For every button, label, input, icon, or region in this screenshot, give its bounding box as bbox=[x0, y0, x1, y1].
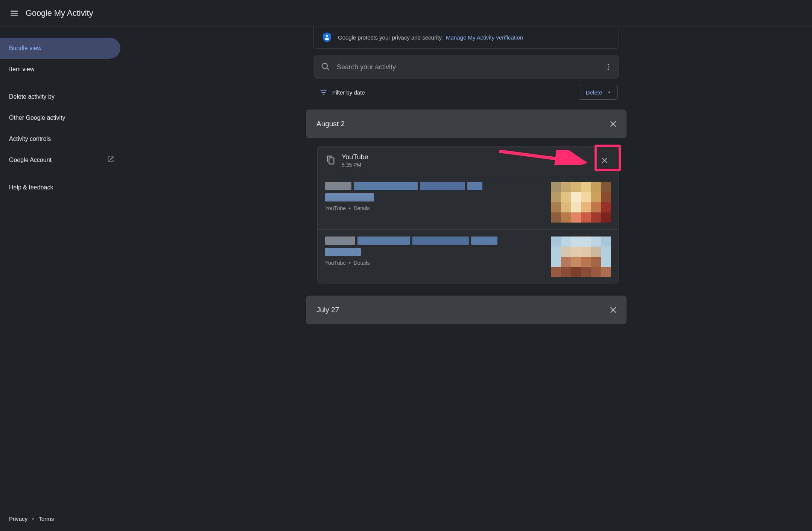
logo-product: My Activity bbox=[54, 8, 93, 18]
sidebar-item-label: Item view bbox=[9, 66, 35, 73]
terms-link[interactable]: Terms bbox=[39, 516, 54, 522]
delete-activity-button[interactable] bbox=[598, 153, 613, 168]
sidebar-item-label: Other Google activity bbox=[9, 114, 65, 121]
menu-button[interactable] bbox=[5, 4, 23, 22]
sidebar-item-help-feedback[interactable]: Help & feedback bbox=[0, 177, 120, 198]
svg-point-0 bbox=[326, 35, 328, 37]
sidebar-item-other-google-activity[interactable]: Other Google activity bbox=[0, 107, 120, 128]
close-icon bbox=[609, 305, 618, 314]
close-icon bbox=[601, 156, 609, 165]
sidebar-item-label: Activity controls bbox=[9, 136, 51, 142]
activity-item-source[interactable]: YouTube bbox=[325, 260, 346, 266]
date-label: July 27 bbox=[316, 306, 339, 314]
footer-links: Privacy • Terms bbox=[0, 516, 120, 531]
activity-time: 5:35 PM bbox=[342, 162, 598, 168]
activity-card-header: YouTube 5:35 PM bbox=[318, 146, 619, 175]
redacted-title bbox=[325, 182, 543, 190]
hamburger-icon bbox=[9, 8, 19, 18]
privacy-banner: Google protects your privacy and securit… bbox=[313, 26, 619, 49]
search-input[interactable] bbox=[330, 63, 601, 71]
more-options-button[interactable] bbox=[601, 60, 616, 75]
delete-date-group-button[interactable] bbox=[606, 302, 621, 317]
delete-label: Delete bbox=[586, 89, 602, 96]
filter-icon bbox=[319, 88, 328, 96]
svg-point-2 bbox=[608, 66, 609, 68]
sidebar-item-label: Help & feedback bbox=[9, 184, 53, 191]
manage-verification-link[interactable]: Manage My Activity verification bbox=[446, 34, 523, 41]
activity-thumbnail bbox=[551, 182, 611, 223]
dropdown-arrow-icon bbox=[606, 89, 613, 96]
activity-item[interactable]: YouTube • Details bbox=[318, 229, 619, 284]
sidebar-item-label: Google Account bbox=[9, 157, 52, 163]
sidebar-item-label: Delete activity by bbox=[9, 93, 55, 100]
delete-date-group-button[interactable] bbox=[606, 116, 621, 131]
svg-point-3 bbox=[608, 69, 609, 70]
privacy-link[interactable]: Privacy bbox=[9, 516, 27, 522]
date-group-header: July 27 bbox=[306, 296, 626, 324]
sidebar-item-label: Bundle view bbox=[9, 45, 41, 52]
activity-item-meta: YouTube • Details bbox=[325, 260, 543, 266]
activity-item-details-link[interactable]: Details bbox=[354, 205, 370, 211]
filter-label: Filter by date bbox=[332, 89, 365, 96]
activity-service-name: YouTube bbox=[342, 153, 598, 161]
divider bbox=[0, 174, 120, 174]
divider bbox=[0, 83, 120, 83]
copy-stack-icon bbox=[325, 155, 336, 166]
separator-dot: • bbox=[32, 516, 34, 522]
app-title: Google My Activity bbox=[26, 8, 93, 18]
date-label: August 2 bbox=[316, 120, 345, 128]
activity-item[interactable]: YouTube • Details bbox=[318, 175, 619, 229]
external-link-icon bbox=[107, 156, 114, 165]
sidebar: Bundle view Item view Delete activity by… bbox=[0, 26, 120, 531]
redacted-subtitle bbox=[325, 193, 543, 201]
activity-item-meta: YouTube • Details bbox=[325, 205, 543, 211]
filter-by-date-button[interactable]: Filter by date bbox=[315, 85, 370, 99]
shield-icon bbox=[323, 32, 331, 42]
privacy-banner-text: Google protects your privacy and securit… bbox=[338, 34, 443, 41]
search-bar bbox=[313, 55, 619, 79]
redacted-subtitle bbox=[325, 248, 543, 256]
activity-card: YouTube 5:35 PM bbox=[317, 146, 619, 284]
close-icon bbox=[609, 119, 618, 128]
sidebar-item-activity-controls[interactable]: Activity controls bbox=[0, 128, 120, 150]
sidebar-item-item-view[interactable]: Item view bbox=[0, 59, 120, 80]
main-content: Google protects your privacy and securit… bbox=[120, 26, 812, 531]
app-header: Google My Activity bbox=[0, 0, 812, 26]
sidebar-item-google-account[interactable]: Google Account bbox=[0, 150, 120, 171]
logo-brand: Google bbox=[26, 8, 52, 18]
activity-thumbnail bbox=[551, 237, 611, 277]
search-icon bbox=[321, 62, 330, 72]
activity-item-source[interactable]: YouTube bbox=[325, 205, 346, 211]
filter-row: Filter by date Delete bbox=[313, 85, 619, 100]
sidebar-item-bundle-view[interactable]: Bundle view bbox=[0, 38, 120, 59]
delete-dropdown[interactable]: Delete bbox=[579, 85, 617, 100]
date-group-header: August 2 bbox=[306, 110, 626, 138]
more-vert-icon bbox=[604, 63, 613, 71]
svg-point-1 bbox=[608, 64, 609, 66]
redacted-title bbox=[325, 237, 543, 245]
sidebar-item-delete-activity-by[interactable]: Delete activity by bbox=[0, 86, 120, 107]
activity-item-details-link[interactable]: Details bbox=[354, 260, 370, 266]
